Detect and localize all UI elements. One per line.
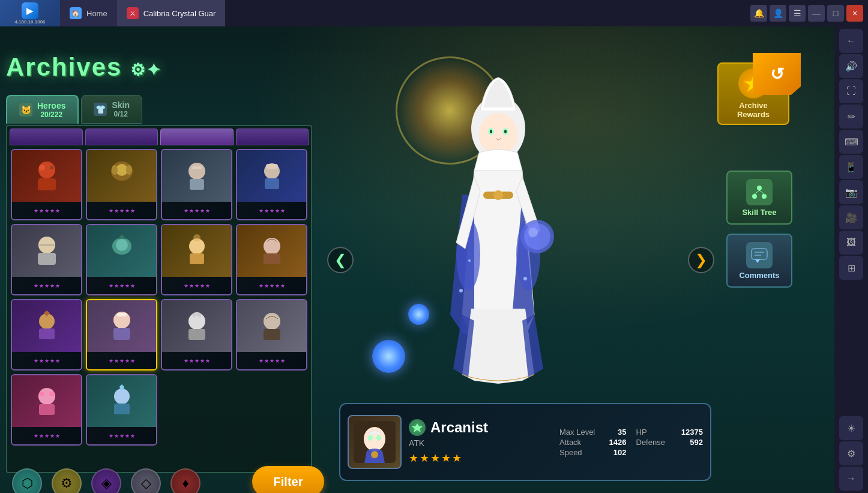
hero-card-7[interactable]: ★★★★★ <box>161 224 232 295</box>
hero-card-8[interactable]: ★★★★★ <box>236 224 307 295</box>
hero-grid: ★★★★★ ★★★★★ ★★★★★ <box>7 145 311 449</box>
nav-arrow-right[interactable]: ❯ <box>688 247 714 273</box>
bs-icon: ▶ <box>22 2 38 19</box>
hero-stars-8: ★★★★★ <box>237 277 306 294</box>
notification-btn[interactable]: 🔔 <box>750 5 767 22</box>
character-display <box>408 68 588 417</box>
hero-card-1[interactable]: ★★★★★ <box>11 149 82 220</box>
skin-tab-count: 0/12 <box>112 110 130 118</box>
svg-marker-75 <box>412 423 423 432</box>
comments-button[interactable]: Comments <box>726 234 792 288</box>
stat-defense-value: 592 <box>690 438 703 447</box>
sidebar-volume-btn[interactable]: 🔊 <box>839 54 863 78</box>
svg-rect-24 <box>264 253 280 264</box>
sidebar-back-btn[interactable]: ← <box>839 29 863 53</box>
sidebar-keyboard-btn[interactable]: ⌨ <box>839 130 863 154</box>
svg-rect-26 <box>39 328 55 339</box>
sidebar-image-btn[interactable]: 🖼 <box>839 231 863 255</box>
hero-stars-7: ★★★★★ <box>162 277 231 294</box>
svg-point-22 <box>193 234 200 241</box>
account-btn[interactable]: 👤 <box>770 5 786 22</box>
stat-defense-label: Defense <box>636 438 665 447</box>
heroes-tab-content: Heroes 20/222 <box>37 101 65 119</box>
filter-icon-gray[interactable]: ◇ <box>131 468 161 493</box>
hero-stars-14: ★★★★★ <box>87 427 156 444</box>
hero-stars-5: ★★★★★ <box>12 277 81 294</box>
skill-tree-button[interactable]: Skill Tree <box>726 171 792 225</box>
sidebar-camera-btn[interactable]: 📷 <box>839 180 863 204</box>
filter-icon-red[interactable]: ♦ <box>170 468 200 493</box>
skill-tree-label: Skill Tree <box>742 208 776 217</box>
sidebar-recents-btn[interactable]: ⊞ <box>839 256 863 280</box>
filter-icon-purple[interactable]: ◈ <box>91 468 121 493</box>
hero-avatar-5 <box>12 225 81 277</box>
game-area: Archives ⚙✦ 🐱 Heroes 20/222 👕 Skin 0/12 <box>0 26 834 493</box>
svg-point-37 <box>40 392 44 396</box>
tab-home[interactable]: 🏠 Home <box>60 0 117 26</box>
svg-rect-30 <box>117 313 127 316</box>
heroes-tab-icon: 🐱 <box>19 103 32 116</box>
hero-card-11[interactable]: ★★★★★ <box>161 299 232 371</box>
sidebar-brightness-btn[interactable]: ☀ <box>839 416 863 440</box>
sidebar-fullscreen-btn[interactable]: ⛶ <box>839 79 863 103</box>
character-svg <box>414 74 582 411</box>
hero-avatar-10 <box>87 300 156 352</box>
svg-rect-15 <box>38 253 56 265</box>
nav-arrow-left[interactable]: ❮ <box>327 247 354 273</box>
hero-info-panel: Arcanist ATK ★ ★ ★ ★ ★ Max Level 35 HP 1… <box>339 403 711 481</box>
hero-card-4[interactable]: ★★★★★ <box>236 149 307 220</box>
filter-icon-gold[interactable]: ⚙ <box>52 468 82 493</box>
d-button[interactable]: ↺ <box>753 53 801 95</box>
skin-tab-content: Skin 0/12 <box>112 100 130 118</box>
hero-card-3[interactable]: ★★★★★ <box>161 149 232 220</box>
stat-attack-label: Attack <box>559 438 581 447</box>
menu-btn[interactable]: ☰ <box>789 5 806 22</box>
hero-thumbnail <box>348 415 402 469</box>
svg-rect-34 <box>264 329 280 340</box>
svg-rect-48 <box>752 249 767 259</box>
sidebar-edit-btn[interactable]: ✏ <box>839 104 863 129</box>
hero-card-9[interactable]: ★★★★★ <box>11 299 82 371</box>
svg-rect-40 <box>114 404 130 414</box>
svg-line-47 <box>759 190 764 194</box>
hero-card-13[interactable]: ★★★★★ <box>11 374 82 446</box>
hero-card-10[interactable]: ★★★★★ <box>86 299 157 371</box>
filter-icons: ⬡ ⚙ ◈ ◇ ♦ <box>12 468 200 493</box>
sidebar-phone-btn[interactable]: 📱 <box>839 155 863 179</box>
hero-stars-2: ★★★★★ <box>87 202 156 219</box>
svg-point-73 <box>376 435 381 441</box>
tab-skin[interactable]: 👕 Skin 0/12 <box>81 95 142 124</box>
svg-rect-36 <box>39 404 55 415</box>
hero-card-5[interactable]: ★★★★★ <box>11 224 82 295</box>
hero-card-12[interactable]: ★★★★★ <box>236 299 307 371</box>
tab-game[interactable]: ⚔ Calibria Crystal Guar <box>117 0 226 26</box>
hero-avatar-13 <box>12 375 81 427</box>
svg-point-66 <box>524 223 550 250</box>
filter-icon-teal[interactable]: ⬡ <box>12 468 42 493</box>
sidebar-forward-btn[interactable]: → <box>839 467 863 491</box>
hero-card-2[interactable]: ★★★★★ <box>86 149 157 220</box>
svg-point-31 <box>188 313 205 330</box>
minimize-btn[interactable]: — <box>808 5 825 22</box>
stat-hp-row: HP 12375 <box>636 428 704 437</box>
svg-rect-21 <box>190 253 204 264</box>
grid-headers <box>7 126 311 145</box>
sidebar-settings-btn[interactable]: ⚙ <box>839 441 863 465</box>
svg-point-45 <box>762 194 767 199</box>
hero-card-6[interactable]: ★★★★★ <box>86 224 157 295</box>
maximize-btn[interactable]: □ <box>827 5 844 22</box>
close-btn[interactable]: × <box>846 5 863 22</box>
hero-avatar-12 <box>237 300 306 352</box>
hero-stats: Max Level 35 HP 12375 Attack 1426 Defens… <box>559 428 703 457</box>
filter-button[interactable]: Filter <box>252 466 324 493</box>
hero-class-icon <box>409 419 426 436</box>
hero-card-14[interactable]: ★★★★★ <box>86 374 157 446</box>
svg-point-39 <box>114 389 130 404</box>
home-icon: 🏠 <box>70 7 82 19</box>
svg-rect-9 <box>190 179 204 190</box>
tab-heroes[interactable]: 🐱 Heroes 20/222 <box>6 95 79 124</box>
col-header-4 <box>236 129 309 145</box>
sidebar-video-btn[interactable]: 🎥 <box>839 205 863 229</box>
hero-name-row: Arcanist <box>409 419 552 436</box>
hero-avatar-2 <box>87 150 156 202</box>
